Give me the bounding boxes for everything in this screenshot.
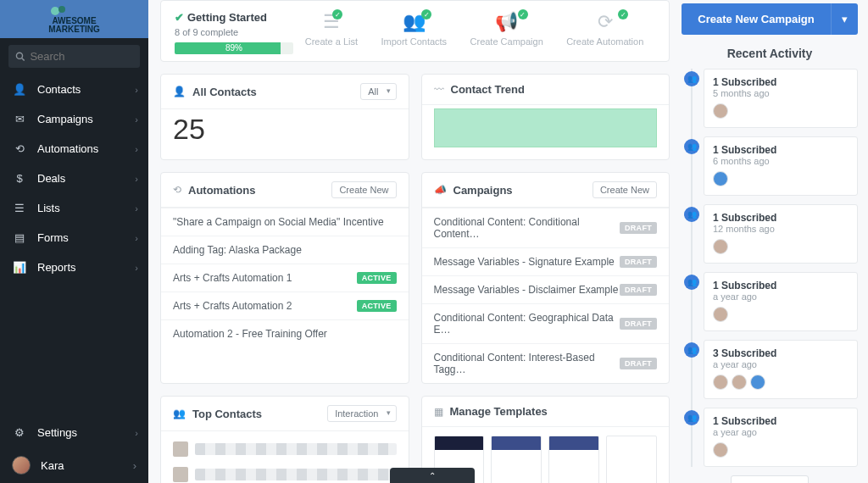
search-input[interactable]	[30, 50, 133, 63]
avatar	[713, 307, 728, 322]
avatar	[713, 171, 728, 186]
main-nav: 👤Contacts› ✉Campaigns› ⟲Automations› $De…	[0, 75, 148, 282]
deals-icon: $	[12, 172, 27, 185]
activity-item[interactable]: 👥 3 Subscribed a year ago	[704, 340, 858, 399]
user-name: Kara	[41, 459, 64, 472]
step-create-list[interactable]: ☰✓Create a List	[305, 11, 358, 47]
campaign-row[interactable]: Message Variables - Signature ExampleDRA…	[422, 247, 670, 275]
nav-label: Deals	[37, 172, 65, 185]
automation-label: Automation 2 - Free Training Offer	[173, 328, 327, 340]
activity-time: 6 months ago	[713, 156, 849, 166]
automation-row[interactable]: Arts + Crafts Automation 2ACTIVE	[161, 291, 409, 319]
template-thumbnail[interactable]	[548, 436, 599, 483]
automation-row[interactable]: "Share a Campaign on Social Media" Incen…	[161, 208, 409, 236]
top-contact-row[interactable]	[161, 462, 409, 483]
check-badge-icon: ✓	[518, 9, 528, 19]
status-badge: DRAFT	[620, 222, 657, 234]
activity-item[interactable]: 👥 1 Subscribed 5 months ago	[704, 69, 858, 128]
search-box[interactable]	[8, 45, 140, 68]
people-icon: 👥	[684, 71, 699, 86]
automation-label: Arts + Crafts Automation 2	[173, 300, 292, 312]
chevron-right-icon: ›	[135, 428, 138, 438]
avatar	[713, 375, 728, 390]
activity-title: 3 Subscribed	[713, 347, 849, 359]
automation-row[interactable]: Arts + Crafts Automation 1ACTIVE	[161, 264, 409, 291]
step-create-automation[interactable]: ⟳✓Create Automation	[566, 11, 643, 47]
nav-lists[interactable]: ☰Lists›	[0, 193, 148, 223]
forms-icon: ▤	[12, 231, 27, 244]
bottom-drawer-toggle[interactable]: ⌃	[390, 468, 475, 483]
chevron-right-icon: ›	[135, 174, 138, 184]
nav-campaigns[interactable]: ✉Campaigns›	[0, 104, 148, 134]
activity-time: a year ago	[713, 427, 849, 437]
activity-item[interactable]: 👥 1 Subscribed a year ago	[704, 272, 858, 331]
create-campaign-main-button[interactable]: Create New Campaign	[682, 3, 831, 35]
nav-forms[interactable]: ▤Forms›	[0, 223, 148, 253]
chevron-right-icon: ›	[133, 459, 136, 472]
chevron-right-icon: ›	[135, 85, 138, 95]
avatar	[750, 375, 765, 390]
getting-started-subtitle: 8 of 9 complete	[175, 27, 293, 37]
card-title: Contact Trend	[451, 83, 525, 96]
create-campaign-button[interactable]: Create New	[593, 181, 657, 198]
automation-row[interactable]: Adding Tag: Alaska Package	[161, 236, 409, 264]
nav-contacts[interactable]: 👤Contacts›	[0, 75, 148, 104]
avatar	[713, 239, 728, 254]
campaign-row[interactable]: Conditional Content: Interest-Based Tagg…	[422, 343, 670, 383]
check-badge-icon: ✓	[332, 9, 342, 19]
activity-item[interactable]: 👥 1 Subscribed 12 months ago	[704, 204, 858, 264]
campaign-row[interactable]: Message Variables - Disclaimer ExampleDR…	[422, 275, 670, 303]
campaign-row[interactable]: Conditional Content: Geographical Data E…	[422, 303, 670, 343]
user-avatar	[12, 456, 31, 475]
right-column: Create New Campaign ▾ Recent Activity 👥 …	[682, 0, 868, 483]
logo[interactable]: AWESOME MARKETING	[0, 0, 148, 38]
list-icon: ☰	[305, 11, 358, 33]
getting-started-card: ✔Getting Started 8 of 9 complete 89% ☰✓C…	[160, 0, 670, 62]
contacts-filter-select[interactable]: All	[360, 83, 396, 100]
campaign-row[interactable]: Conditional Content: Conditional Content…	[422, 208, 670, 247]
nav-deals[interactable]: $Deals›	[0, 164, 148, 193]
svg-point-1	[58, 6, 65, 13]
nav-automations[interactable]: ⟲Automations›	[0, 134, 148, 164]
template-thumbnail[interactable]	[606, 436, 657, 483]
nav-label: Lists	[37, 202, 60, 214]
automation-row[interactable]: Automation 2 - Free Training Offer	[161, 319, 409, 347]
activity-time: a year ago	[713, 291, 849, 302]
campaigns-card: 📣 Campaigns Create New Conditional Conte…	[421, 172, 670, 384]
all-contacts-card: 👤 All Contacts All 25	[160, 74, 409, 160]
trend-chart	[434, 108, 658, 147]
refresh-icon: ⟳	[566, 11, 643, 33]
card-title: All Contacts	[192, 86, 257, 98]
activity-item[interactable]: 👥 1 Subscribed a year ago	[704, 408, 858, 467]
activity-item[interactable]: 👥 1 Subscribed 6 months ago	[704, 136, 858, 196]
load-more-button[interactable]: Load More ↓	[731, 475, 810, 483]
template-icon: ▦	[434, 406, 443, 418]
activity-title: 1 Subscribed	[713, 280, 849, 291]
automations-icon: ⟲	[12, 142, 27, 155]
campaign-label: Conditional Content: Conditional Content…	[434, 216, 620, 240]
create-automation-button[interactable]: Create New	[331, 181, 396, 198]
user-menu[interactable]: Kara ›	[0, 447, 148, 483]
activity-title: 1 Subscribed	[713, 76, 849, 88]
nav-settings[interactable]: ⚙Settings›	[0, 418, 148, 447]
top-contact-row[interactable]	[161, 436, 409, 462]
avatar	[732, 375, 747, 390]
campaigns-icon: ✉	[12, 113, 27, 125]
check-icon: ✔	[175, 11, 184, 24]
top-contacts-filter-select[interactable]: Interaction	[327, 405, 396, 422]
step-create-campaign[interactable]: 📢✓Create Campaign	[470, 11, 543, 47]
automation-label: "Share a Campaign on Social Media" Incen…	[173, 216, 384, 228]
card-title: Automations	[188, 184, 255, 197]
megaphone-icon: 📣	[434, 184, 447, 196]
create-campaign-dropdown-button[interactable]: ▾	[831, 3, 858, 35]
step-import-contacts[interactable]: 👥✓Import Contacts	[381, 11, 447, 47]
progress-label: 89%	[225, 42, 242, 54]
template-thumbnail[interactable]	[491, 436, 542, 483]
megaphone-icon: 📢	[470, 11, 543, 33]
activity-time: 5 months ago	[713, 88, 849, 98]
nav-label: Reports	[37, 261, 76, 274]
avatar	[173, 441, 188, 457]
avatar	[713, 442, 728, 458]
card-title: Manage Templates	[450, 405, 548, 418]
nav-reports[interactable]: 📊Reports›	[0, 253, 148, 282]
